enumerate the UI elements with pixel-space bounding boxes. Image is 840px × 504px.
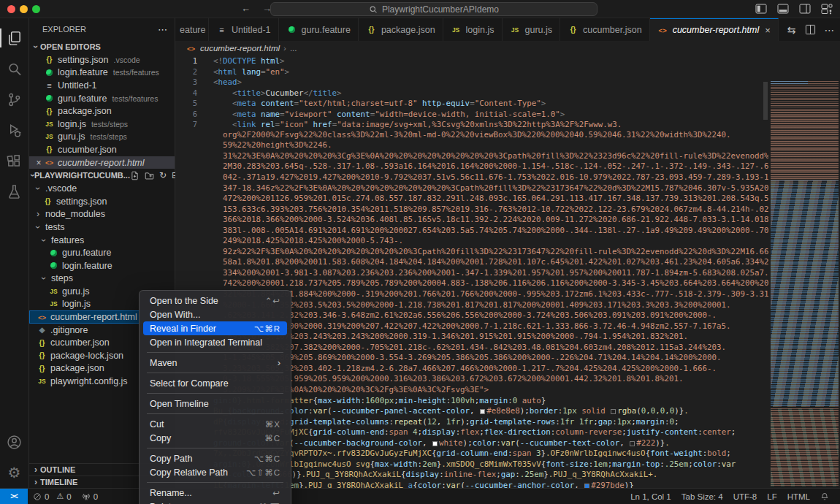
tab-size[interactable]: Tab Size: 4 [676,489,728,504]
explorer-icon[interactable] [0,23,29,53]
accounts-icon[interactable] [0,427,29,457]
code-line[interactable]: 4 <title>Cucumber</title> [175,88,840,99]
settings-gear-icon[interactable]: ⚙ [0,457,29,488]
customize-layout-icon[interactable] [821,3,833,15]
close-tab-icon[interactable]: × [765,25,771,36]
code-wrapped-row[interactable]: 347-18.346z%22%2F%3E%0A%20%20%20%20%20%2… [175,183,840,194]
code-wrapped-row[interactable]: 042-.371a19.427%2019.427%200%2010-9.792%… [175,172,840,183]
ports-indicator[interactable]: 0 [77,489,103,504]
tree-item-node-modules[interactable]: ›node_modules [29,208,175,221]
code-line[interactable]: 3<head> [175,77,840,88]
command-center[interactable]: PlaywrightCucumberAPIdemo [270,2,597,16]
open-editor-login-feature[interactable]: login.featuretests/features [29,66,175,80]
open-changes-icon[interactable]: ⇆ [787,24,796,36]
menu-item-open-timeline[interactable]: Open Timeline [143,397,287,411]
zoom-window-button[interactable] [32,5,40,13]
code-wrapped-row[interactable]: 334%200%2001-3.981-3.087%203.236%203.236… [175,268,840,279]
tree-item--vscode[interactable]: ›.vscode [29,182,175,195]
run-debug-icon[interactable] [0,115,29,145]
tab-cucumber-json[interactable]: {}cucumber.json [560,18,650,41]
code-wrapped-row[interactable]: 472%200%201126.959%201.015c.274.08.557.1… [175,194,840,205]
open-editor-guru-js[interactable]: JSguru.jstests/steps [29,131,175,144]
editor-scrollbar[interactable] [763,82,768,120]
testing-icon[interactable] [0,176,29,207]
code-wrapped-row[interactable]: 383l-.008-.005A14.691%2014.691%200%20002… [175,226,840,237]
nav-back-icon[interactable]: ← [241,3,251,14]
open-editor-settings-json[interactable]: {}settings.json.vscode [29,53,175,66]
extensions-icon[interactable] [0,145,29,176]
tab-login-js[interactable]: JSlogin.js [443,18,503,41]
source-control-icon[interactable] [0,84,29,115]
search-icon[interactable] [0,53,29,84]
close-editor-icon[interactable]: × [34,158,44,168]
code-wrapped-row[interactable]: 58a1.8%201.8%200%20011.583.608%204.184%2… [175,257,840,268]
tree-item-login-feature[interactable]: login.feature [29,259,175,272]
code-wrapped-row[interactable]: 92z%22%2F%3E%0A%20%20%20%20%20%20%20%20%… [175,247,840,258]
tree-item-tests[interactable]: ›tests [29,221,175,234]
toggle-sidebar-icon[interactable] [755,3,767,15]
menu-item-maven[interactable]: Maven› [143,356,287,370]
menu-item-copy[interactable]: Copy⌘C [143,431,287,445]
minimap[interactable] [768,78,840,488]
tab-guru-feature[interactable]: guru.feature [279,18,359,41]
code-wrapped-row[interactable]: 59%22%20height%3D%2246. [175,140,840,151]
code-wrapped-row[interactable]: 2M30.283%203.645q-.528-.317-1.08-.593a16… [175,161,840,172]
menu-item-select-for-compare[interactable]: Select for Compare [143,376,287,390]
menu-item-copy-path[interactable]: Copy Path⌥⌘C [143,451,287,465]
new-folder-icon[interactable] [145,171,154,180]
encoding[interactable]: UTF-8 [728,489,763,504]
toggle-panel-icon[interactable] [777,3,789,15]
code-line[interactable]: 7 <link rel="icon" href="data:image/svg+… [175,119,840,130]
eol-sequence[interactable]: LF [762,489,782,504]
cursor-position[interactable]: Ln 1, Col 1 [625,489,676,504]
tree-item-steps[interactable]: ›steps [29,272,175,286]
open-editor-login-js[interactable]: JSlogin.jstests/steps [29,118,175,131]
tab-untitled-1[interactable]: ≡Untitled-1 [209,18,279,41]
code-line[interactable]: 6 <meta name="viewport" content="width=d… [175,109,840,120]
tree-item-features[interactable]: ›features [29,234,175,247]
remote-indicator[interactable]: >< [0,489,28,504]
code-line[interactable]: 2<html lang="en"> [175,66,840,77]
code-line[interactable]: 5 <meta content="text/html;charset=utf-8… [175,98,840,109]
tab-eature[interactable]: eature [175,18,209,41]
code-wrapped-row[interactable]: 153.633c6.393%203.756%2010.354%2011.518%… [175,205,840,215]
code-wrapped-row[interactable]: 742%200%20001.218.737%205.789%205.789%20… [175,278,840,289]
menu-item-rename-[interactable]: Rename...↩ [143,486,287,500]
menu-item-open-to-the-side[interactable]: Open to the Side⌃↩ [143,294,287,308]
tab-cucumber-report-html[interactable]: <>cucumber-report.html× [650,18,779,41]
code-line[interactable]: 1<!DOCTYPE html> [175,56,840,66]
breadcrumb[interactable]: <> cucumber-report.html › ... [175,41,840,56]
menu-item-open-with-[interactable]: Open With... [143,308,287,321]
breadcrumb-more[interactable]: ... [290,44,297,53]
open-editor-untitled-1[interactable]: ≡Untitled-1 [29,79,175,92]
new-file-icon[interactable] [130,171,140,180]
explorer-more-actions-icon[interactable]: ⋯ [158,24,167,35]
tree-item-settings-json[interactable]: {}settings.json [29,195,175,208]
code-wrapped-row[interactable]: 31%22%3E%0A%20%20%20%20%3Cg%3E%0A%20%20%… [175,151,840,162]
menu-item-delete[interactable]: Delete⌘⌫ [143,500,287,504]
refresh-explorer-icon[interactable]: ↻ [159,171,167,180]
project-section-header[interactable]: › PLAYWRIGHTCUCUMB... ↻ ⊟ [29,169,175,182]
menu-item-copy-relative-path[interactable]: Copy Relative Path⌥⇧⌘C [143,465,287,479]
code-wrapped-row[interactable]: 249%2018.425%2018.425%200%2000-5.743-. [175,236,840,247]
more-actions-icon[interactable]: ⋯ [825,24,835,36]
tab-package-json[interactable]: {}package.json [359,18,443,41]
tree-item-guru-feature[interactable]: guru.feature [29,246,175,259]
menu-item-cut[interactable]: Cut⌘X [143,417,287,431]
tab-guru-js[interactable]: JSguru.js [503,18,561,41]
menu-item-reveal-in-finder[interactable]: Reveal in Finder⌥⌘R [143,321,287,335]
close-window-button[interactable] [7,5,15,13]
open-editor-cucumber-json[interactable]: {}cucumber.json [29,143,175,156]
notifications-bell-icon[interactable] [815,489,834,504]
open-editor-package-json[interactable]: {}package.json [29,104,175,118]
code-wrapped-row[interactable]: org%2F2000%2Fsvg%22%20class%3D%22ml-3%20… [175,130,840,141]
minimize-window-button[interactable] [20,5,28,13]
open-editors-header[interactable]: › OPEN EDITORS [29,40,175,53]
toggle-secondary-sidebar-icon[interactable] [799,3,811,15]
language-mode[interactable]: HTML [782,489,815,504]
problems-indicator[interactable]: 0 ⚠ 0 [28,489,77,504]
open-editor-cucumber-report-html[interactable]: ×<>cucumber-report.html [29,156,175,169]
split-editor-icon[interactable] [805,24,816,35]
code-wrapped-row[interactable]: 366%2018.366%200%2000-3.524%2036.408l.85… [175,215,840,226]
menu-item-open-in-integrated-terminal[interactable]: Open in Integrated Terminal [143,335,287,349]
